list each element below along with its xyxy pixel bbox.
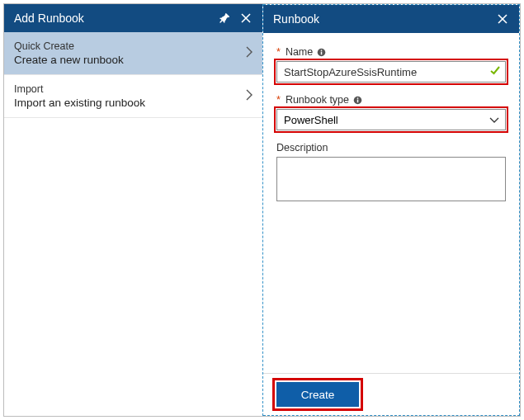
add-runbook-title: Add Runbook bbox=[14, 12, 215, 25]
valid-check-icon bbox=[489, 64, 501, 79]
option-list: Quick Create Create a new runbook Import… bbox=[4, 32, 262, 118]
type-label-row: * Runbook type bbox=[276, 94, 506, 106]
description-label: Description bbox=[276, 142, 328, 153]
list-item-subtitle: Create a new runbook bbox=[14, 53, 246, 68]
description-input[interactable] bbox=[276, 157, 506, 201]
name-label: Name bbox=[286, 46, 313, 58]
type-select-wrap: PowerShell bbox=[276, 109, 506, 130]
type-field: * Runbook type PowerShell bbox=[276, 94, 506, 130]
description-label-row: Description bbox=[276, 142, 506, 153]
type-select[interactable]: PowerShell bbox=[276, 109, 506, 130]
header-actions bbox=[493, 9, 512, 29]
name-field: * Name bbox=[276, 46, 506, 83]
header-actions bbox=[215, 8, 256, 28]
svg-rect-6 bbox=[320, 50, 321, 50]
chevron-right-icon bbox=[246, 46, 253, 61]
create-button[interactable]: Create bbox=[276, 382, 359, 407]
svg-rect-8 bbox=[356, 99, 357, 102]
close-icon[interactable] bbox=[493, 9, 512, 29]
runbook-form-panel: Runbook * Name bbox=[263, 4, 520, 416]
name-input[interactable] bbox=[276, 61, 506, 83]
required-marker: * bbox=[276, 46, 281, 58]
info-icon[interactable] bbox=[316, 47, 326, 57]
runbook-title: Runbook bbox=[273, 12, 493, 26]
runbook-header: Runbook bbox=[263, 5, 519, 33]
list-item-title: Quick Create bbox=[14, 40, 246, 53]
required-marker: * bbox=[276, 94, 281, 106]
svg-rect-9 bbox=[356, 97, 357, 98]
svg-rect-5 bbox=[320, 51, 321, 54]
description-field: Description bbox=[276, 142, 506, 205]
name-label-row: * Name bbox=[276, 46, 506, 58]
chevron-right-icon bbox=[246, 89, 253, 104]
app-root: Add Runbook bbox=[3, 3, 521, 417]
form-footer: Create bbox=[263, 373, 519, 415]
list-item-text: Import Import an existing runbook bbox=[14, 83, 246, 111]
add-runbook-panel: Add Runbook bbox=[4, 4, 263, 416]
list-item-text: Quick Create Create a new runbook bbox=[14, 40, 246, 68]
chevron-down-icon bbox=[489, 112, 499, 127]
close-icon[interactable] bbox=[236, 8, 256, 28]
name-input-wrap bbox=[276, 61, 506, 83]
list-item-title: Import bbox=[14, 83, 246, 96]
list-item-subtitle: Import an existing runbook bbox=[14, 96, 246, 111]
info-icon[interactable] bbox=[352, 95, 362, 105]
type-label: Runbook type bbox=[286, 94, 349, 106]
quick-create-option[interactable]: Quick Create Create a new runbook bbox=[4, 32, 262, 75]
import-option[interactable]: Import Import an existing runbook bbox=[4, 75, 262, 118]
pin-icon[interactable] bbox=[215, 8, 234, 28]
add-runbook-header: Add Runbook bbox=[4, 4, 262, 32]
type-select-value: PowerShell bbox=[284, 114, 338, 126]
runbook-form: * Name * Runbook type bbox=[263, 33, 519, 373]
